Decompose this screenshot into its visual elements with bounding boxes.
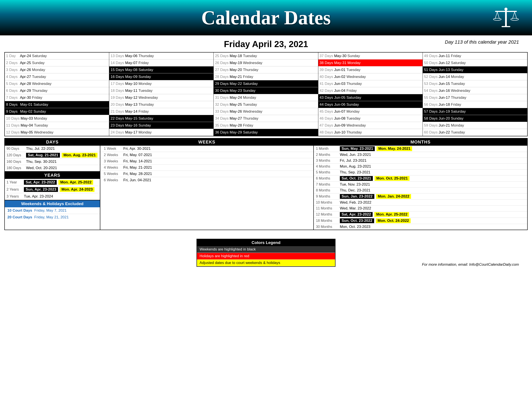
cal-day-date: Jun-20 — [437, 116, 451, 121]
cal-row: 2 Days Apr-25 Sunday — [5, 60, 109, 66]
cal-row: 24 Days May-17 Monday — [109, 129, 214, 136]
cal-day-date: May-22 — [229, 82, 243, 86]
cal-day-date: May-06 — [124, 54, 139, 58]
cal-day-date: Apr-29 — [19, 89, 32, 93]
date-bar: Friday April 23, 2021 Day 113 of this ca… — [0, 35, 532, 50]
month-val: Thu, Dec. 23-2021 — [340, 188, 370, 193]
month-label: 11 Months — [316, 206, 340, 210]
cal-day-label: Wednesday — [451, 89, 470, 93]
list-item: 10 Court Days Friday, May 7, 2021 — [5, 207, 100, 214]
cal-day-date: Jun-10 — [333, 130, 346, 135]
cal-day-label: Sunday — [451, 116, 464, 121]
cal-row: 32 Days May-25 Tuesday — [214, 101, 318, 108]
cal-day-num: 35 Days — [215, 123, 229, 128]
year-label: 2 Years — [7, 187, 24, 192]
cal-row: 41 Days Jun-03 Thursday — [318, 80, 422, 87]
week-label: 4 Weeks — [104, 165, 123, 170]
cal-row: 29 Days May-22 Saturday — [214, 80, 318, 87]
cal-day-label: Wednesday — [346, 123, 366, 128]
cal-day-date: May-24 — [229, 95, 243, 100]
cal-day-date: Jun-04 — [333, 89, 346, 93]
cal-row: 30 Days May-23 Sunday — [214, 87, 318, 94]
cal-row: 48 Days Jun-10 Thursday — [318, 129, 422, 136]
svg-line-3 — [495, 12, 497, 19]
cal-day-num: 4 Days — [6, 75, 19, 79]
cal-day-label: Monday — [451, 123, 464, 128]
month-val: Sat, Oct. 23-2021 — [340, 176, 373, 181]
list-item: 30 MonthsMon, Oct. 23-2023 — [314, 224, 527, 230]
cal-day-date: Jun-01 — [333, 68, 346, 72]
list-item: 4 MonthsMon, Aug. 23-2021 — [314, 164, 527, 170]
cal-day-label: Wednesday — [139, 95, 158, 100]
cal-day-num: 58 Days — [424, 116, 437, 121]
cal-day-num: 40 Days — [320, 75, 333, 79]
month-label: 1 Month — [316, 147, 340, 151]
days-section: DAYS 90 DaysThu, Jul. 22-2021120 DaysSat… — [5, 139, 100, 171]
cal-day-label: Friday — [243, 123, 253, 128]
cal-day-label: Sunday — [32, 61, 45, 65]
year-label: 1 Year — [7, 180, 24, 185]
cal-day-date: May-17 — [124, 130, 139, 135]
list-item: 6 MonthsSat, Oct. 23-2021Mon. Oct. 25-20… — [314, 175, 527, 182]
cal-day-num: 5 Days — [6, 82, 19, 86]
cal-day-date: May-19 — [229, 61, 243, 65]
cal-row: 22 Days May-15 Saturday — [109, 115, 214, 122]
legend-row: Adjusted dates due to court weekends & h… — [197, 260, 335, 266]
court-val: Friday, May 7, 2021 — [34, 208, 67, 212]
cal-row: 17 Days May-10 Monday — [109, 80, 214, 87]
cal-day-date: May-30 — [333, 54, 347, 58]
cal-row: 9 Days May-02 Sunday — [5, 108, 109, 115]
cal-day-label: Monday — [139, 82, 151, 86]
cal-day-label: Friday — [139, 61, 149, 65]
cal-day-date: May-18 — [229, 54, 243, 58]
month-adj: Mon. Oct. 24-2022 — [376, 218, 411, 223]
cal-day-label: Thursday — [139, 102, 154, 107]
list-item: 5 MonthsThu, Sep. 23-2021 — [314, 170, 527, 175]
cal-day-num: 56 Days — [424, 102, 437, 107]
month-val: Wed, Jun. 23-2021 — [340, 153, 371, 157]
cal-col-3: 37 Days May-30 Sunday38 Days May-31 Mond… — [318, 53, 423, 136]
cal-day-date: May-02 — [19, 110, 33, 114]
court-section: Weekends & Holidays Excluded 10 Court Da… — [5, 200, 100, 220]
month-val: Thu, Sep. 23-2021 — [340, 170, 370, 174]
cal-day-label: Friday — [346, 89, 357, 93]
cal-row: 59 Days Jun-21 Monday — [423, 122, 527, 129]
cal-day-num: 18 Days — [111, 89, 124, 93]
cal-day-date: May-15 — [124, 116, 139, 121]
cal-day-num: 23 Days — [111, 123, 124, 128]
cal-day-date: Jun-19 — [437, 110, 451, 114]
svg-line-6 — [512, 12, 515, 19]
legend-row: Holidays are highlighted in red — [197, 253, 335, 260]
cal-day-date: Jun-17 — [437, 95, 451, 100]
cal-day-label: Saturday — [32, 54, 47, 58]
cal-row: 34 Days May-27 Thursday — [214, 115, 318, 122]
cal-row: 19 Days May-12 Wednesday — [109, 94, 214, 101]
cal-row: 47 Days Jun-09 Wednesday — [318, 122, 422, 129]
scales-icon — [493, 7, 519, 29]
cal-day-num: 48 Days — [320, 130, 333, 135]
svg-point-8 — [511, 18, 518, 20]
cal-day-label: Sunday — [139, 75, 151, 79]
cal-day-num: 11 Days — [6, 123, 20, 128]
months-header: MONTHS — [314, 139, 527, 146]
list-item: 160 DaysThu, Sep. 30-2021 — [5, 159, 100, 165]
cal-day-num: 3 Days — [6, 68, 19, 72]
cal-day-date: May-31 — [333, 61, 347, 65]
cal-day-label: Monday — [34, 116, 47, 121]
year-val: Sat, Apr. 23-2022 — [24, 180, 57, 185]
month-val: Wed, Mar. 23-2022 — [340, 206, 371, 211]
cal-row: 52 Days Jun-14 Monday — [423, 73, 527, 80]
cal-row: 49 Days Jun-11 Friday — [423, 53, 527, 60]
cal-day-num: 37 Days — [320, 54, 333, 58]
cal-day-date: Jun-07 — [333, 110, 346, 114]
cal-col-0: 1 Day Apr-24 Saturday2 Days Apr-25 Sunda… — [5, 53, 109, 136]
cal-day-label: Monday — [139, 130, 151, 135]
year-adj: Mon. Apr. 25-2022 — [58, 180, 93, 185]
cal-row: 21 Days May-14 Friday — [109, 108, 214, 115]
legend-header: Colors Legend — [197, 239, 335, 246]
cal-day-label: Saturday — [139, 116, 153, 121]
cal-day-date: May-27 — [229, 116, 243, 121]
cal-day-num: 19 Days — [111, 95, 124, 100]
cal-day-date: May-16 — [124, 123, 139, 128]
month-label: 12 Months — [316, 212, 340, 216]
